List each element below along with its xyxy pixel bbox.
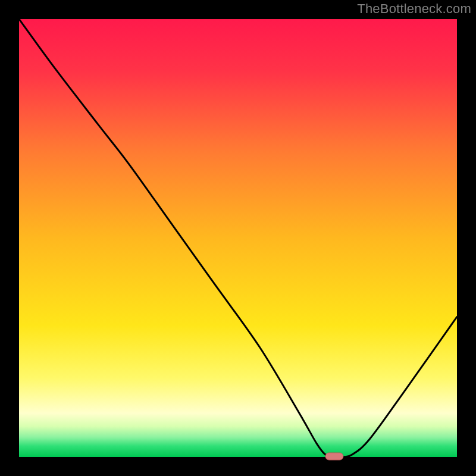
bottleneck-chart [0, 0, 476, 476]
watermark-text: TheBottleneck.com [357, 1, 471, 17]
chart-stage: TheBottleneck.com [0, 0, 476, 476]
sweet-spot-marker [325, 453, 343, 460]
plot-background [19, 19, 457, 457]
